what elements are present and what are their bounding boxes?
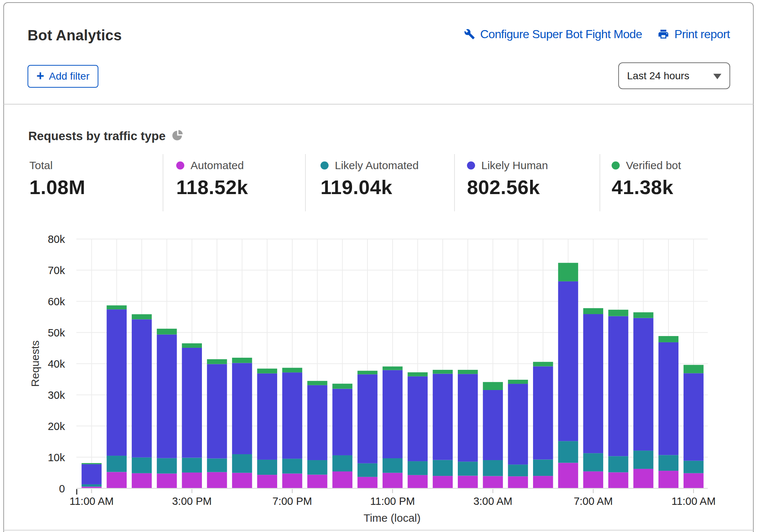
bar-segment-likely-automated[interactable] [558, 441, 578, 463]
bar-segment-automated[interactable] [583, 471, 604, 488]
bar-segment-automated[interactable] [608, 472, 629, 488]
bar-segment-automated[interactable] [533, 476, 553, 488]
bar-segment-likely-automated[interactable] [157, 458, 177, 474]
bar-segment-likely-human[interactable] [508, 384, 528, 464]
bar-segment-verified-bot[interactable] [307, 381, 327, 385]
bar-segment-likely-automated[interactable] [232, 454, 252, 473]
bar-segment-verified-bot[interactable] [232, 358, 252, 363]
bar-segment-likely-human[interactable] [583, 314, 604, 453]
bar-segment-likely-automated[interactable] [458, 462, 478, 475]
bar-segment-likely-automated[interactable] [257, 460, 277, 475]
bar-segment-likely-human[interactable] [408, 376, 428, 461]
bar-segment-verified-bot[interactable] [107, 305, 127, 309]
bar-segment-likely-human[interactable] [107, 309, 127, 456]
bar-segment-likely-automated[interactable] [332, 455, 352, 471]
bar-segment-likely-human[interactable] [533, 367, 553, 460]
bar-segment-likely-automated[interactable] [684, 461, 704, 473]
bar-segment-likely-human[interactable] [182, 348, 202, 458]
bar-segment-likely-human[interactable] [383, 370, 403, 458]
bar-segment-likely-automated[interactable] [132, 458, 152, 473]
bar-segment-likely-automated[interactable] [583, 453, 604, 471]
bar-segment-likely-human[interactable] [132, 319, 152, 457]
bar-segment-verified-bot[interactable] [358, 371, 378, 374]
bar-segment-automated[interactable] [633, 469, 653, 488]
bar-segment-likely-automated[interactable] [659, 455, 679, 471]
bar-segment-likely-automated[interactable] [408, 461, 428, 475]
bar-segment-verified-bot[interactable] [633, 312, 653, 318]
bar-segment-automated[interactable] [132, 473, 152, 488]
bar-segment-likely-human[interactable] [332, 389, 352, 455]
bar-segment-likely-human[interactable] [207, 364, 227, 458]
bar-segment-likely-automated[interactable] [383, 458, 403, 473]
bar-segment-verified-bot[interactable] [659, 336, 679, 342]
bar-segment-verified-bot[interactable] [433, 370, 453, 374]
bar-segment-likely-automated[interactable] [633, 451, 653, 469]
bar-segment-likely-human[interactable] [307, 385, 327, 460]
bar-segment-verified-bot[interactable] [458, 370, 478, 374]
bar-segment-automated[interactable] [307, 475, 327, 488]
bar-segment-verified-bot[interactable] [82, 463, 102, 464]
bar-segment-likely-automated[interactable] [508, 464, 528, 476]
bar-segment-likely-automated[interactable] [483, 460, 503, 476]
bar-segment-likely-automated[interactable] [358, 463, 378, 477]
bar-segment-automated[interactable] [107, 472, 127, 488]
bar-segment-verified-bot[interactable] [483, 382, 503, 390]
bar-segment-likely-human[interactable] [458, 374, 478, 462]
bar-segment-likely-human[interactable] [558, 281, 578, 441]
bar-segment-likely-automated[interactable] [82, 484, 102, 487]
bar-segment-likely-human[interactable] [157, 335, 177, 458]
bar-segment-automated[interactable] [684, 473, 704, 488]
bar-segment-automated[interactable] [458, 476, 478, 488]
bar-segment-likely-human[interactable] [232, 363, 252, 454]
bar-segment-likely-automated[interactable] [207, 459, 227, 472]
bar-segment-verified-bot[interactable] [558, 263, 578, 281]
bar-segment-verified-bot[interactable] [132, 314, 152, 319]
bar-segment-verified-bot[interactable] [684, 365, 704, 374]
bar-segment-verified-bot[interactable] [533, 362, 553, 366]
bar-segment-verified-bot[interactable] [383, 367, 403, 370]
bar-segment-verified-bot[interactable] [257, 369, 277, 374]
bar-segment-automated[interactable] [257, 475, 277, 488]
bar-segment-likely-automated[interactable] [107, 456, 127, 472]
bar-segment-likely-automated[interactable] [608, 456, 629, 472]
bar-segment-automated[interactable] [659, 471, 679, 488]
x-tick-label: 7:00 PM [272, 495, 312, 507]
bar-segment-likely-human[interactable] [483, 390, 503, 460]
bar-segment-likely-automated[interactable] [282, 459, 303, 473]
bar-segment-likely-automated[interactable] [533, 459, 553, 476]
bar-segment-likely-human[interactable] [608, 316, 629, 456]
bar-segment-likely-human[interactable] [684, 373, 704, 460]
bar-segment-likely-human[interactable] [659, 342, 679, 455]
bar-segment-likely-human[interactable] [433, 374, 453, 460]
bar-segment-automated[interactable] [157, 474, 177, 488]
bar-segment-likely-human[interactable] [282, 372, 303, 459]
bar-segment-likely-human[interactable] [633, 318, 653, 451]
bar-segment-verified-bot[interactable] [207, 359, 227, 364]
bar-segment-verified-bot[interactable] [157, 329, 177, 335]
bar-segment-verified-bot[interactable] [182, 343, 202, 348]
bar-segment-verified-bot[interactable] [508, 380, 528, 384]
bar-segment-automated[interactable] [558, 463, 578, 488]
bar-segment-automated[interactable] [483, 476, 503, 488]
bar-segment-automated[interactable] [232, 473, 252, 488]
bar-segment-automated[interactable] [358, 477, 378, 488]
bar-segment-automated[interactable] [282, 474, 303, 488]
bar-segment-likely-automated[interactable] [307, 460, 327, 475]
bar-segment-likely-automated[interactable] [433, 460, 453, 476]
bar-segment-verified-bot[interactable] [408, 372, 428, 376]
bar-segment-verified-bot[interactable] [608, 310, 629, 316]
bar-segment-automated[interactable] [408, 475, 428, 488]
bar-segment-verified-bot[interactable] [332, 384, 352, 389]
bar-segment-automated[interactable] [383, 473, 403, 488]
bar-segment-verified-bot[interactable] [282, 368, 303, 372]
bar-segment-automated[interactable] [182, 473, 202, 488]
bar-segment-likely-human[interactable] [82, 464, 102, 484]
bar-segment-automated[interactable] [433, 476, 453, 488]
bar-segment-likely-human[interactable] [358, 374, 378, 463]
bar-segment-automated[interactable] [508, 476, 528, 488]
bar-segment-automated[interactable] [207, 472, 227, 488]
bar-segment-likely-automated[interactable] [182, 458, 202, 472]
bar-segment-likely-human[interactable] [257, 374, 277, 460]
bar-segment-automated[interactable] [332, 471, 352, 488]
bar-segment-verified-bot[interactable] [583, 308, 604, 314]
